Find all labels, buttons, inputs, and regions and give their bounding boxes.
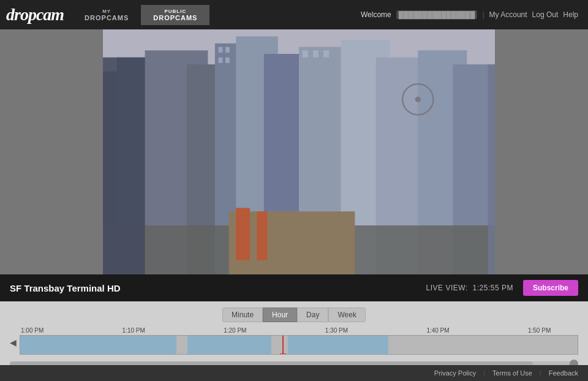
help-link[interactable]: Help — [563, 10, 578, 19]
video-frame[interactable] — [103, 29, 495, 274]
camera-name: SF Transbay Terminal HD — [10, 283, 426, 293]
time-label-2: 1:20 PM — [224, 327, 273, 334]
track-segment-2 — [288, 336, 388, 354]
side-panel-right — [495, 29, 588, 274]
track-segment-0 — [20, 336, 176, 354]
logo: dropcam — [6, 5, 64, 25]
live-view-timestamp: 1:25:55 PM — [473, 284, 513, 292]
info-bar: SF Transbay Terminal HD LIVE VIEW: 1:25:… — [0, 274, 588, 301]
main-content: SF Transbay Terminal HD LIVE VIEW: 1:25:… — [0, 29, 588, 381]
tab-public-dropcams[interactable]: PUBLIC DROPCAMS — [141, 5, 209, 25]
timeline-prev-button[interactable]: ◀ — [10, 338, 20, 347]
footer-sep-2: | — [540, 369, 541, 377]
welcome-username: ████████████████ — [396, 10, 478, 19]
header-right: Welcome ████████████████ | My Account Lo… — [361, 10, 588, 19]
time-labels: 1:00 PM 1:10 PM 1:20 PM 1:30 PM 1:40 PM … — [20, 327, 578, 334]
playhead[interactable] — [282, 336, 284, 354]
time-label-3: 1:30 PM — [325, 327, 374, 334]
feedback-link[interactable]: Feedback — [549, 369, 578, 377]
tab-minute[interactable]: Minute — [222, 307, 263, 322]
nav-tabs: MY DROPCAMS PUBLIC DROPCAMS — [72, 5, 209, 25]
track-segment-1 — [187, 336, 271, 354]
time-label-1: 1:10 PM — [123, 327, 172, 334]
time-label-4: 1:40 PM — [426, 327, 475, 334]
video-container — [0, 29, 588, 274]
terms-of-use-link[interactable]: Terms of Use — [492, 369, 532, 377]
my-account-link[interactable]: My Account — [489, 10, 527, 19]
time-label-5: 1:50 PM — [528, 327, 577, 334]
privacy-policy-link[interactable]: Privacy Policy — [434, 369, 476, 377]
time-label-0: 1:00 PM — [21, 327, 70, 334]
footer-sep-1: | — [483, 369, 485, 377]
timeline-tabs: Minute Hour Day Week — [10, 307, 578, 322]
tab-day[interactable]: Day — [297, 307, 328, 322]
svg-rect-30 — [103, 29, 495, 274]
track-bar[interactable] — [20, 335, 578, 355]
playhead-triangle — [280, 353, 286, 355]
timeline-wrapper: ◀ 1:00 PM 1:10 PM 1:20 PM 1:30 PM 1:40 P… — [10, 327, 578, 358]
live-view-time: LIVE VIEW: 1:25:55 PM — [426, 284, 513, 292]
welcome-text: Welcome — [361, 10, 391, 19]
side-panel-left — [0, 29, 103, 274]
footer: Privacy Policy | Terms of Use | Feedback — [0, 365, 588, 381]
tab-week[interactable]: Week — [328, 307, 365, 322]
subscribe-button[interactable]: Subscribe — [523, 280, 578, 296]
log-out-link[interactable]: Log Out — [532, 10, 559, 19]
tab-my-dropcams[interactable]: MY DROPCAMS — [72, 5, 141, 25]
separator: | — [482, 10, 484, 19]
live-view-label: LIVE VIEW: — [426, 284, 468, 292]
tab-hour[interactable]: Hour — [263, 307, 297, 322]
header: dropcam MY DROPCAMS PUBLIC DROPCAMS Welc… — [0, 0, 588, 29]
timeline-track[interactable]: 1:00 PM 1:10 PM 1:20 PM 1:30 PM 1:40 PM … — [20, 327, 578, 358]
